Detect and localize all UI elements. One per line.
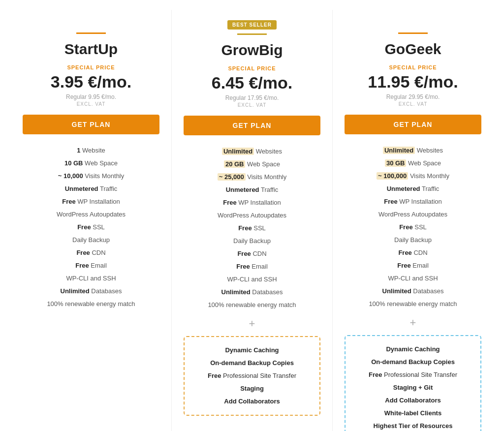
plan-price: 11.95 €/mo. [345, 72, 481, 92]
plan-regular-price: Regular 9.95 €/mo. [23, 93, 159, 100]
feature-item: Free CDN [184, 247, 320, 260]
extra-item: Highest Tier of Resources [350, 420, 475, 431]
get-plan-button[interactable]: GET PLAN [184, 116, 320, 135]
feature-item: Free WP Installation [184, 196, 320, 209]
extra-item: Staging [189, 382, 315, 395]
feature-item: Free Email [23, 259, 159, 272]
plan-card-startup: StartUpSPECIAL PRICE3.95 €/mo.Regular 9.… [11, 10, 171, 431]
plan-regular-price: Regular 29.95 €/mo. [345, 93, 481, 100]
feature-item: Free CDN [345, 246, 481, 259]
feature-item: ~ 100,000 Visits Monthly [345, 170, 481, 183]
features-list: 1 Website10 GB Web Space~ 10,000 Visits … [23, 144, 159, 310]
plan-vat: EXCL. VAT [184, 102, 320, 108]
features-list: Unlimited Websites20 GB Web Space~ 25,00… [184, 145, 320, 311]
feature-item: Unlimited Databases [184, 286, 320, 299]
plan-top-line [76, 32, 106, 34]
feature-item: ~ 10,000 Visits Monthly [23, 170, 159, 183]
feature-item: 100% renewable energy match [345, 298, 481, 310]
feature-item: Free SSL [184, 222, 320, 235]
special-price-label: SPECIAL PRICE [23, 64, 159, 70]
feature-item: Unmetered Traffic [184, 184, 320, 196]
get-plan-button[interactable]: GET PLAN [345, 115, 481, 134]
best-seller-badge: BEST SELLER [227, 20, 277, 30]
plan-top-line [398, 32, 428, 34]
plan-top-line [237, 33, 267, 35]
plan-price: 6.45 €/mo. [184, 73, 320, 92]
feature-item: Free WP Installation [23, 195, 159, 208]
extra-item: Staging + Git [350, 381, 475, 394]
feature-item: ~ 25,000 Visits Monthly [184, 171, 320, 184]
feature-item: Daily Backup [23, 234, 159, 246]
feature-item: Daily Backup [184, 235, 320, 247]
extra-item: White-label Clients [350, 407, 475, 420]
feature-item: WP-CLI and SSH [23, 272, 159, 285]
extra-item: Add Collaborators [189, 395, 315, 408]
feature-item: WordPress Autoupdates [184, 209, 320, 222]
plan-vat: EXCL. VAT [23, 101, 159, 107]
feature-item: 30 GB Web Space [345, 157, 481, 170]
feature-item: Free SSL [345, 221, 481, 234]
feature-item: WordPress Autoupdates [345, 208, 481, 221]
feature-item: Unlimited Websites [345, 144, 481, 157]
extras-box: Dynamic CachingOn-demand Backup CopiesFr… [184, 336, 320, 416]
extra-item: Dynamic Caching [189, 344, 315, 357]
extra-item: On-demand Backup Copies [350, 356, 475, 369]
plan-name: StartUp [23, 41, 159, 58]
extra-item: Free Professional Site Transfer [350, 369, 475, 381]
feature-item: Free WP Installation [345, 195, 481, 208]
feature-item: Free CDN [23, 246, 159, 259]
feature-item: Unmetered Traffic [23, 183, 159, 195]
feature-item: Unlimited Databases [345, 285, 481, 298]
pricing-container: StartUpSPECIAL PRICE3.95 €/mo.Regular 9.… [11, 10, 493, 431]
feature-item: 100% renewable energy match [23, 298, 159, 310]
feature-item: 20 GB Web Space [184, 158, 320, 171]
get-plan-button[interactable]: GET PLAN [23, 115, 159, 134]
extra-item: Add Collaborators [350, 394, 475, 407]
feature-item: Free Email [345, 259, 481, 272]
special-price-label: SPECIAL PRICE [345, 64, 481, 70]
plan-card-gogeek: GoGeekSPECIAL PRICE11.95 €/mo.Regular 29… [332, 10, 493, 431]
plus-divider: + [345, 316, 481, 329]
plan-regular-price: Regular 17.95 €/mo. [184, 94, 320, 101]
extras-box: Dynamic CachingOn-demand Backup CopiesFr… [345, 335, 481, 431]
feature-item: Free Email [184, 260, 320, 273]
feature-item: 10 GB Web Space [23, 157, 159, 170]
plus-divider: + [184, 317, 320, 330]
feature-item: Daily Backup [345, 234, 481, 246]
feature-item: Unlimited Databases [23, 285, 159, 298]
extra-item: Dynamic Caching [350, 343, 475, 356]
plan-card-growbig: BEST SELLERGrowBigSPECIAL PRICE6.45 €/mo… [171, 10, 332, 431]
feature-item: Free SSL [23, 221, 159, 234]
plan-name: GoGeek [345, 41, 481, 58]
feature-item: WP-CLI and SSH [345, 272, 481, 285]
feature-item: 100% renewable energy match [184, 299, 320, 311]
special-price-label: SPECIAL PRICE [184, 65, 320, 71]
feature-item: Unlimited Websites [184, 145, 320, 158]
plan-vat: EXCL. VAT [345, 101, 481, 107]
extra-item: On-demand Backup Copies [189, 357, 315, 369]
feature-item: 1 Website [23, 144, 159, 157]
features-list: Unlimited Websites30 GB Web Space~ 100,0… [345, 144, 481, 310]
extra-item: Free Professional Site Transfer [189, 369, 315, 382]
plan-name: GrowBig [184, 42, 320, 59]
feature-item: WordPress Autoupdates [23, 208, 159, 221]
feature-item: Unmetered Traffic [345, 183, 481, 195]
plan-price: 3.95 €/mo. [23, 72, 159, 92]
feature-item: WP-CLI and SSH [184, 273, 320, 286]
